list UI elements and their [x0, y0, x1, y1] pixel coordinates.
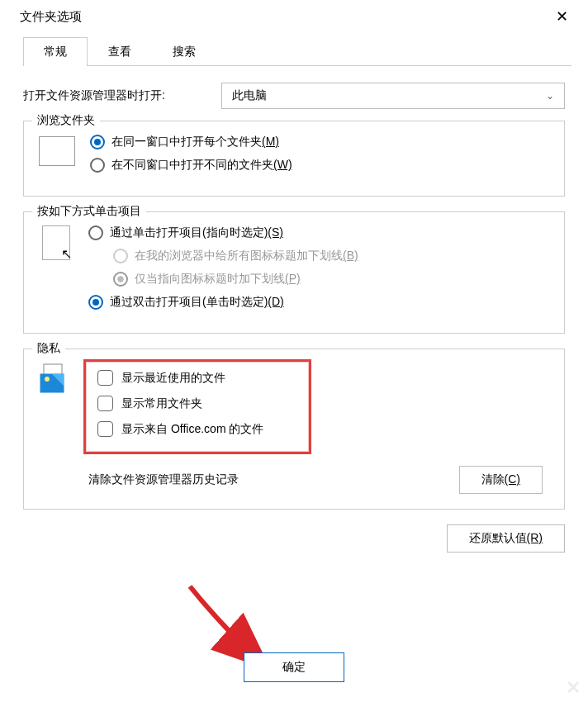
tab-view[interactable]: 查看 — [88, 37, 152, 66]
radio-icon — [88, 225, 103, 240]
close-icon: ✕ — [556, 7, 568, 26]
window-title: 文件夹选项 — [20, 9, 82, 25]
privacy-icon — [39, 363, 72, 494]
radio-point-underline: 仅当指向图标标题时加下划线(P) — [113, 272, 549, 287]
radio-new-window[interactable]: 在不同窗口中打开不同的文件夹(W) — [90, 158, 549, 173]
privacy-legend: 隐私 — [32, 341, 65, 356]
clear-button[interactable]: 清除(C) — [459, 466, 543, 494]
restore-defaults-button[interactable]: 还原默认值(R) — [447, 524, 565, 553]
radio-label: 通过双击打开项目(单击时选定)(D) — [110, 295, 284, 310]
radio-single-click[interactable]: 通过单击打开项目(指向时选定)(S) — [88, 225, 549, 240]
privacy-group: 隐私 显示最近使用的文件 显示常用文件夹 — [23, 349, 565, 510]
checkbox-icon — [97, 421, 113, 437]
tab-general[interactable]: 常规 — [23, 37, 88, 66]
tab-bar: 常规 查看 搜索 — [23, 36, 571, 66]
open-with-select[interactable]: 此电脑 ⌄ — [221, 83, 565, 109]
radio-label: 在不同窗口中打开不同的文件夹(W) — [111, 158, 292, 173]
watermark: ✕ — [566, 677, 581, 699]
tab-search[interactable]: 搜索 — [152, 37, 216, 66]
checkbox-office-files[interactable]: 显示来自 Office.com 的文件 — [97, 421, 297, 437]
radio-icon — [90, 158, 105, 173]
open-with-value: 此电脑 — [232, 88, 267, 103]
radio-double-click[interactable]: 通过双击打开项目(单击时选定)(D) — [88, 295, 549, 310]
radio-browser-underline: 在我的浏览器中给所有图标标题加下划线(B) — [113, 249, 549, 263]
checkbox-icon — [97, 396, 113, 411]
radio-label: 在同一窗口中打开每个文件夹(M) — [111, 135, 279, 149]
close-button[interactable]: ✕ — [548, 7, 575, 26]
radio-icon — [90, 135, 105, 149]
open-with-label: 打开文件资源管理器时打开: — [23, 88, 221, 103]
checkbox-label: 显示来自 Office.com 的文件 — [121, 422, 263, 437]
svg-point-3 — [45, 377, 50, 382]
checkbox-frequent-folders[interactable]: 显示常用文件夹 — [97, 396, 297, 411]
checkbox-recent-files[interactable]: 显示最近使用的文件 — [97, 370, 297, 386]
click-items-group: 按如下方式单击项目 ↖ 通过单击打开项目(指向时选定)(S) 在我的浏览器中给所… — [23, 211, 565, 334]
radio-icon — [113, 272, 128, 287]
radio-same-window[interactable]: 在同一窗口中打开每个文件夹(M) — [90, 135, 549, 149]
radio-icon — [88, 295, 103, 310]
radio-label: 通过单击打开项目(指向时选定)(S) — [110, 225, 283, 240]
clear-history-label: 清除文件资源管理器历史记录 — [88, 472, 239, 487]
radio-label: 在我的浏览器中给所有图标标题加下划线(B) — [135, 249, 358, 263]
checkbox-label: 显示最近使用的文件 — [121, 371, 225, 386]
chevron-down-icon: ⌄ — [546, 90, 554, 102]
browse-folders-group: 浏览文件夹 在同一窗口中打开每个文件夹(M) 在不同窗口中打开不同的文件夹(W) — [23, 121, 565, 197]
folder-window-icon — [39, 135, 77, 168]
ok-button[interactable]: 确定 — [244, 652, 344, 682]
click-document-icon: ↖ — [39, 225, 75, 265]
click-legend: 按如下方式单击项目 — [32, 204, 146, 219]
checkbox-icon — [97, 370, 113, 386]
highlight-annotation: 显示最近使用的文件 显示常用文件夹 显示来自 Office.com 的文件 — [83, 359, 311, 454]
checkbox-label: 显示常用文件夹 — [121, 396, 202, 411]
radio-icon — [113, 249, 128, 263]
radio-label: 仅当指向图标标题时加下划线(P) — [135, 272, 301, 287]
browse-legend: 浏览文件夹 — [32, 113, 100, 128]
